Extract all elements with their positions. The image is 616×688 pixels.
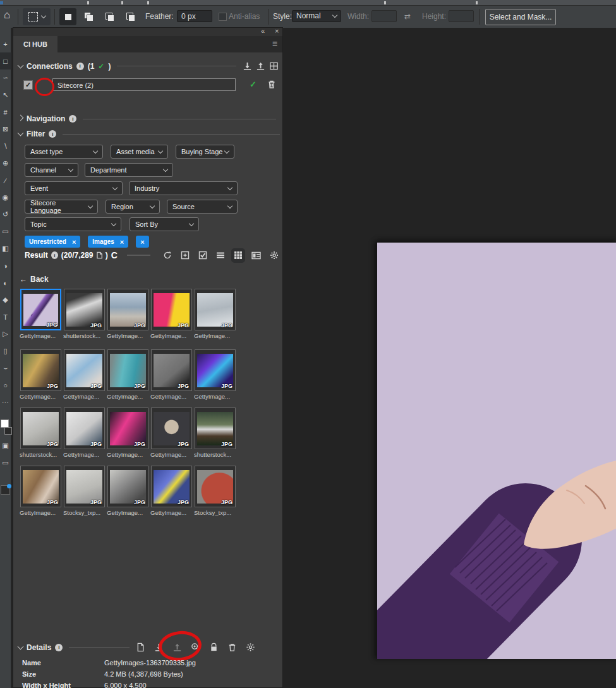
chip-unrestricted[interactable]: Unrestricted× [25,236,80,248]
info-icon[interactable]: i [76,63,84,70]
filter-asset-type[interactable]: Asset type [25,145,103,159]
edit-toolbar-button[interactable]: ⋯ [0,394,11,411]
document-canvas[interactable] [377,242,616,659]
cihub-plugin-icon[interactable] [1,485,10,495]
rectangle-tool[interactable]: ▯ [0,342,11,359]
card-view-icon[interactable] [251,251,261,260]
feather-input[interactable]: 0 px [177,10,212,22]
color-swatches[interactable] [0,418,11,437]
new-selection-button[interactable] [59,8,76,25]
eraser-tool[interactable]: ▭ [0,223,11,240]
grid-view-icon[interactable] [234,251,243,260]
connection-checkbox[interactable]: ✓ [23,80,33,90]
filter-sort-by[interactable]: Sort By [130,217,199,231]
asset-thumbnail[interactable]: JPG [151,466,192,507]
select-and-mask-button[interactable]: Select and Mask... [485,9,556,25]
style-select[interactable]: Normal [292,10,341,22]
object-selection-tool[interactable]: ↖ [0,87,11,104]
collapse-panel-icon[interactable]: « [261,27,265,35]
history-brush-tool[interactable]: ↺ [0,206,11,223]
asset-thumbnail[interactable]: JPG [151,407,192,449]
grid-window-icon[interactable] [269,61,279,71]
dodge-tool[interactable]: ◐ [0,274,11,291]
asset-thumbnail[interactable]: JPG [151,349,192,391]
thumbnail-size-slider[interactable] [127,255,150,256]
connection-valid-check-icon[interactable]: ✓ [250,80,257,89]
marquee-tool-preset[interactable] [23,8,51,25]
expand-grid-icon[interactable] [181,251,190,260]
chip-clear-all[interactable]: × [136,236,148,248]
filter-buying-stage[interactable]: Buying Stage [176,145,234,159]
chip-close-icon[interactable]: × [72,238,76,246]
info-icon[interactable]: i [55,644,63,651]
lasso-tool[interactable]: ∽ [0,69,11,87]
asset-thumbnail[interactable]: JPG [107,289,148,330]
select-all-icon[interactable] [198,251,207,260]
list-view-icon[interactable] [216,251,225,260]
download-connections-icon[interactable] [243,61,252,71]
filter-department[interactable]: Department [85,163,173,177]
trash-icon[interactable] [267,80,276,89]
filter-topic[interactable]: Topic [25,217,121,231]
width-input[interactable] [371,10,397,22]
subtract-from-selection-button[interactable] [101,8,118,25]
intersect-selection-button[interactable] [122,8,139,25]
chevron-down-icon[interactable] [18,643,24,649]
filter-region[interactable]: Region [106,200,160,214]
crop-tool[interactable]: # [0,104,11,121]
brush-tool[interactable]: ∕ [0,172,11,189]
quick-mask-button[interactable]: ▣ [0,437,11,454]
filter-event[interactable]: Event [25,181,123,195]
filter-asset-media[interactable]: Asset media [111,145,168,159]
chip-close-icon[interactable]: × [120,238,124,246]
filter-industry[interactable]: Industry [129,181,238,195]
sync-icon[interactable] [163,251,172,260]
asset-thumbnail[interactable]: JPG [20,289,61,330]
close-panel-icon[interactable]: × [275,27,279,35]
add-to-selection-button[interactable] [80,8,97,25]
frame-tool[interactable]: ⊠ [0,121,11,138]
asset-thumbnail[interactable]: JPG [107,466,148,507]
asset-thumbnail[interactable]: JPG [20,407,61,449]
marquee-tool[interactable]: □ [0,52,11,69]
chip-close-icon[interactable]: × [140,238,144,246]
tab-cihub[interactable]: CI HUB [13,36,57,52]
asset-thumbnail[interactable]: JPG [20,466,61,507]
filter-source[interactable]: Source [167,200,238,214]
asset-thumbnail[interactable]: JPG [64,349,105,391]
trash-icon[interactable] [227,643,237,652]
path-selection-tool[interactable]: ▷ [0,325,11,342]
eyedropper-tool[interactable]: ∖ [0,138,11,155]
asset-thumbnail[interactable]: JPG [195,349,236,391]
upload-connections-icon[interactable] [256,61,265,71]
pen-tool[interactable]: ◆ [0,291,11,308]
connection-name-field[interactable]: Sitecore (2) [52,78,236,91]
asset-thumbnail[interactable]: JPG [64,289,105,330]
blur-tool[interactable]: ◑ [0,257,11,274]
gradient-tool[interactable]: ◧ [0,240,11,257]
filter-sitecore-language[interactable]: Sitecore Language [25,200,98,214]
asset-thumbnail[interactable]: JPG [64,466,105,507]
screen-mode-button[interactable]: ▭ [0,454,11,471]
document-icon[interactable] [136,643,145,652]
asset-thumbnail[interactable]: JPG [195,466,236,507]
info-icon[interactable]: i [69,115,76,123]
chevron-down-icon[interactable] [18,62,24,68]
hand-tool[interactable]: ⌣ [0,359,11,377]
zoom-tool[interactable]: ○ [0,377,11,394]
asset-thumbnail[interactable]: JPG [195,289,236,330]
home-icon[interactable]: ⌂ [4,9,10,21]
chevron-down-icon[interactable] [18,130,24,136]
chevron-right-icon[interactable] [18,115,24,121]
asset-thumbnail[interactable]: JPG [195,407,236,449]
download-asset-icon[interactable] [154,643,164,652]
preview-zoom-icon[interactable] [191,643,200,652]
back-button[interactable]: ← Back [20,275,49,284]
foreground-color-swatch[interactable] [1,419,9,428]
settings-gear-icon[interactable] [246,643,255,652]
asset-thumbnail[interactable]: JPG [107,407,148,449]
info-icon[interactable]: i [49,130,56,138]
settings-gear-icon[interactable] [270,251,279,260]
upload-asset-icon[interactable] [172,643,182,652]
asset-thumbnail[interactable]: JPG [151,289,192,330]
